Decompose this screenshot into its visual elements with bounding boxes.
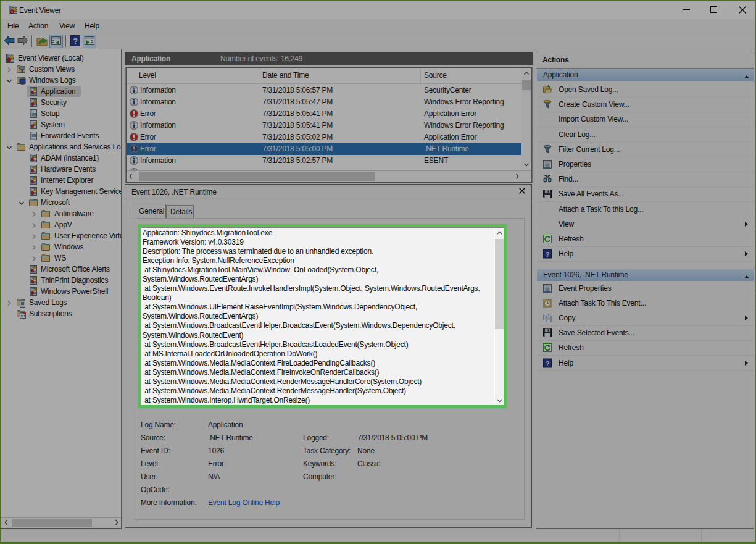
svg-text:?: ? [73, 36, 78, 46]
